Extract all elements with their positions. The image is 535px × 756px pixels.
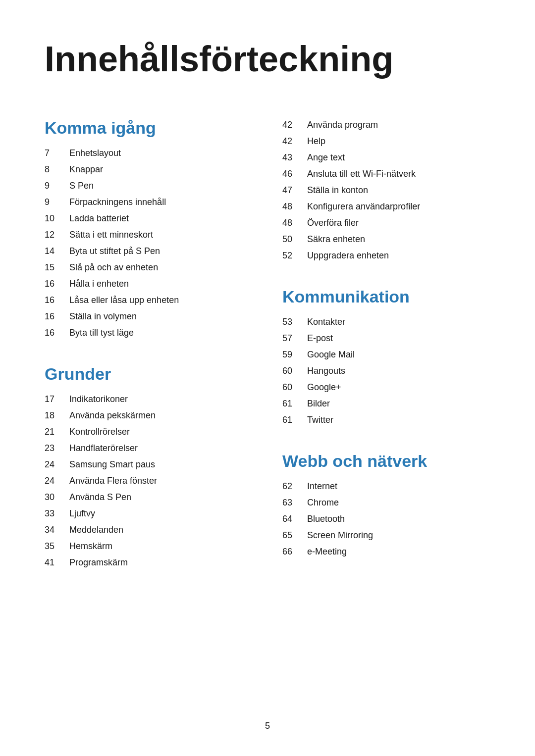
toc-text: E-post [307,332,333,345]
toc-text: Internet [307,480,337,493]
toc-number: 53 [282,315,307,329]
list-item: 66e-Meeting [282,545,490,558]
toc-text: Kontrollrörelser [69,425,130,439]
section-webb-och-natverk: Webb och nätverk 62Internet 63Chrome 64B… [282,452,490,558]
list-item: 42Help [282,135,490,148]
toc-number: 16 [45,310,69,323]
list-item: 34Meddelanden [45,523,253,537]
toc-text: Programskärm [69,556,128,569]
list-item: 43Ange text [282,151,490,164]
list-item: 21Kontrollrörelser [45,425,253,439]
list-item: 48Överföra filer [282,216,490,230]
toc-text: Byta till tyst läge [69,326,134,340]
page: Innehållsförteckning Komma igång 7Enhets… [0,0,535,756]
toc-text: Google+ [307,381,341,394]
toc-text: Ange text [307,151,345,164]
toc-number: 23 [45,442,69,455]
toc-text: Konfigurera användarprofiler [307,200,420,213]
toc-number: 16 [45,277,69,291]
toc-text: Använda S Pen [69,491,131,504]
list-item: 64Bluetooth [282,512,490,526]
toc-number: 9 [45,196,69,209]
list-item: 46Ansluta till ett Wi-Fi-nätverk [282,167,490,181]
toc-text: Förpackningens innehåll [69,196,166,209]
toc-number: 65 [282,529,307,542]
toc-number: 7 [45,147,69,160]
list-item: 35Hemskärm [45,540,253,553]
toc-number: 10 [45,212,69,225]
toc-text: Twitter [307,413,333,427]
list-item: 60Google+ [282,381,490,394]
toc-text: Kontakter [307,315,345,329]
toc-number: 62 [282,480,307,493]
section-right-top: 42Använda program 42Help 43Ange text 46A… [282,118,490,262]
toc-number: 48 [282,216,307,230]
page-title: Innehållsförteckning [45,40,490,79]
list-item: 16Byta till tyst läge [45,326,253,340]
toc-number: 47 [282,184,307,197]
toc-text: Handflaterörelser [69,442,138,455]
toc-number: 43 [282,151,307,164]
list-item: 42Använda program [282,118,490,132]
toc-text: Hemskärm [69,540,112,553]
toc-number: 8 [45,163,69,176]
list-item: 47Ställa in konton [282,184,490,197]
toc-number: 30 [45,491,69,504]
toc-number: 17 [45,393,69,406]
list-item: 9Förpackningens innehåll [45,196,253,209]
toc-number: 60 [282,364,307,378]
toc-text: Hålla i enheten [69,277,129,291]
list-item: 53Kontakter [282,315,490,329]
toc-number: 50 [282,233,307,246]
toc-list-komma-igång: 7Enhetslayout 8Knappar 9S Pen 9Förpackni… [45,147,253,340]
toc-text: Använda Flera fönster [69,474,157,488]
list-item: 24Samsung Smart paus [45,458,253,471]
toc-number: 59 [282,348,307,361]
toc-number: 60 [282,381,307,394]
toc-text: Indikatorikoner [69,393,128,406]
toc-list-kommunikation: 53Kontakter 57E-post 59Google Mail 60Han… [282,315,490,427]
list-item: 16Hålla i enheten [45,277,253,291]
list-item: 18Använda pekskärmen [45,409,253,422]
toc-text: Hangouts [307,364,345,378]
toc-list-webb-och-natverk: 62Internet 63Chrome 64Bluetooth 65Screen… [282,480,490,558]
toc-text: Chrome [307,496,339,509]
list-item: 65Screen Mirroring [282,529,490,542]
list-item: 57E-post [282,332,490,345]
toc-text: Screen Mirroring [307,529,373,542]
list-item: 61Twitter [282,413,490,427]
list-item: 16Ställa in volymen [45,310,253,323]
list-item: 60Hangouts [282,364,490,378]
toc-text: Bluetooth [307,512,345,526]
toc-list-grunder: 17Indikatorikoner 18Använda pekskärmen 2… [45,393,253,569]
toc-text: Ladda batteriet [69,212,129,225]
toc-text: Använda program [307,118,378,132]
toc-number: 24 [45,458,69,471]
toc-text: Ställa in konton [307,184,368,197]
toc-text: Knappar [69,163,103,176]
toc-number: 61 [282,413,307,427]
toc-text: Ansluta till ett Wi-Fi-nätverk [307,167,416,181]
content-wrapper: Komma igång 7Enhetslayout 8Knappar 9S Pe… [45,118,490,594]
list-item: 52Uppgradera enheten [282,249,490,262]
list-item: 33Ljuftvy [45,507,253,520]
section-title-komma-igång: Komma igång [45,118,253,138]
toc-list-right-top: 42Använda program 42Help 43Ange text 46A… [282,118,490,262]
page-number: 5 [265,721,270,731]
toc-number: 61 [282,397,307,410]
list-item: 9S Pen [45,179,253,193]
list-item: 12Sätta i ett minneskort [45,228,253,242]
toc-number: 57 [282,332,307,345]
toc-text: Byta ut stiftet på S Pen [69,245,160,258]
toc-text: Slå på och av enheten [69,261,158,274]
toc-number: 64 [282,512,307,526]
list-item: 8Knappar [45,163,253,176]
toc-text: Ljuftvy [69,507,95,520]
list-item: 24Använda Flera fönster [45,474,253,488]
list-item: 16Låsa eller låsa upp enheten [45,294,253,307]
list-item: 48Konfigurera användarprofiler [282,200,490,213]
toc-number: 34 [45,523,69,537]
left-column: Komma igång 7Enhetslayout 8Knappar 9S Pe… [45,118,253,594]
toc-number: 9 [45,179,69,193]
toc-number: 46 [282,167,307,181]
